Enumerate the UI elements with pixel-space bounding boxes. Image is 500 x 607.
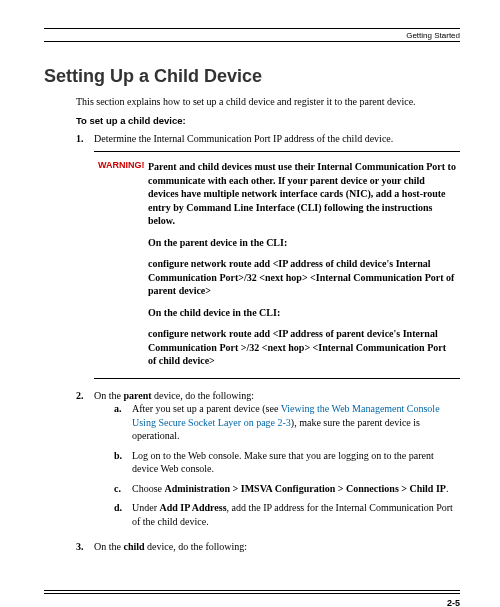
warning-box: WARNING! Parent and child devices must u… [94,151,460,379]
header-rule-bottom [44,41,460,42]
text: . [446,483,449,494]
substep-a: a. After you set up a parent device (see… [114,402,460,443]
text: After you set up a parent device (see [132,403,281,414]
procedure-heading: To set up a child device: [76,115,460,126]
step-number: 1. [76,132,94,146]
substep-d: d. Under Add IP Address, add the IP addr… [114,501,460,528]
substep-letter: a. [114,402,132,443]
warning-p1: Parent and child devices must use their … [148,160,456,228]
warning-p3: configure network route add <IP address … [148,257,456,298]
warning-body: Parent and child devices must use their … [148,160,456,368]
header-section-label: Getting Started [44,31,460,40]
step-number: 2. [76,389,94,535]
header-rule-top [44,28,460,29]
document-page: Getting Started Setting Up a Child Devic… [0,0,500,607]
bold-term: child [123,541,144,552]
warning-p2: On the parent device in the CLI: [148,236,456,250]
substep-letter: c. [114,482,132,496]
substep-text: After you set up a parent device (see Vi… [132,402,460,443]
warning-label: WARNING! [98,160,148,368]
text: Under [132,502,160,513]
page-number: 2-5 [44,598,460,608]
text: On the [94,541,123,552]
substep-letter: b. [114,449,132,476]
substep-text: Under Add IP Address, add the IP address… [132,501,460,528]
step-2: 2. On the parent device, do the followin… [76,389,460,535]
footer: 2-5 [44,590,460,608]
substep-c: c. Choose Administration > IMSVA Configu… [114,482,460,496]
substep-text: Log on to the Web console. Make sure tha… [132,449,460,476]
substep-letter: d. [114,501,132,528]
intro-text: This section explains how to set up a ch… [76,95,460,109]
text: Choose [132,483,165,494]
text: device, do the following: [152,390,254,401]
step-body: On the child device, do the following: [94,540,460,554]
bold-term: parent [123,390,151,401]
step-body: Determine the Internal Communication Por… [94,132,460,146]
footer-rule-top [44,590,460,591]
text: device, do the following: [145,541,247,552]
step-1: 1. Determine the Internal Communication … [76,132,460,146]
bold-term: Administration > IMSVA Configuration > C… [165,483,446,494]
substep-text: Choose Administration > IMSVA Configurat… [132,482,460,496]
step-3: 3. On the child device, do the following… [76,540,460,554]
step-number: 3. [76,540,94,554]
text: On the [94,390,123,401]
step-body: On the parent device, do the following: … [94,389,460,535]
footer-rule-bottom [44,593,460,594]
bold-term: Add IP Address [160,502,227,513]
page-title: Setting Up a Child Device [44,66,460,87]
warning-p5: configure network route add <IP address … [148,327,456,368]
warning-p4: On the child device in the CLI: [148,306,456,320]
substep-b: b. Log on to the Web console. Make sure … [114,449,460,476]
